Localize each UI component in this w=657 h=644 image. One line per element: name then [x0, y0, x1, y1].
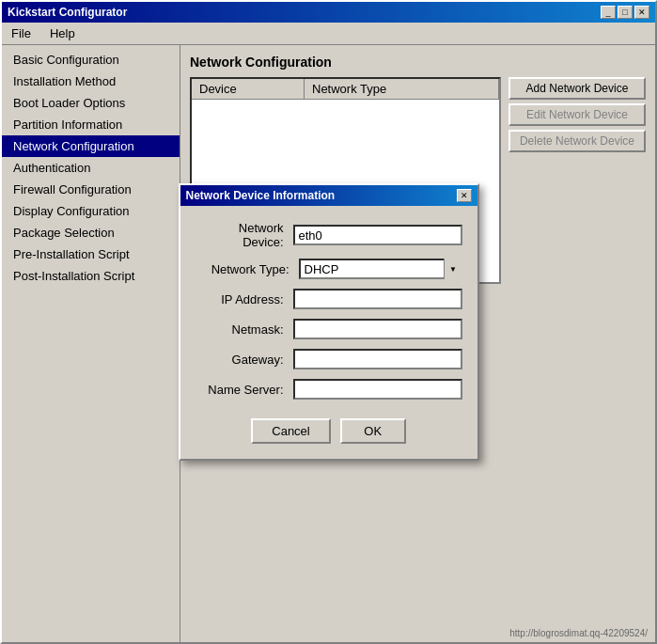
network-type-row: Network Type: DHCP Static BOOTP ▼ [196, 259, 462, 279]
netmask-row: Netmask: [196, 319, 462, 339]
dialog-close-button[interactable]: ✕ [457, 189, 472, 202]
network-type-label: Network Type: [196, 262, 299, 276]
dialog-title: Network Device Information [186, 189, 336, 202]
name-server-input[interactable] [293, 379, 462, 400]
gateway-label: Gateway: [196, 353, 293, 367]
netmask-input[interactable] [293, 319, 462, 339]
network-device-input[interactable] [293, 225, 462, 245]
netmask-label: Netmask: [196, 322, 293, 337]
network-device-row: Network Device: [196, 221, 462, 249]
network-device-dialog: Network Device Information ✕ Network Dev… [179, 183, 479, 461]
dialog-title-bar: Network Device Information ✕ [180, 185, 477, 206]
dialog-overlay: Network Device Information ✕ Network Dev… [0, 0, 657, 644]
gateway-input[interactable] [293, 349, 462, 369]
name-server-row: Name Server: [196, 379, 462, 400]
ip-address-label: IP Address: [196, 292, 293, 306]
gateway-row: Gateway: [196, 349, 462, 369]
dialog-buttons: Cancel OK [196, 411, 462, 444]
name-server-label: Name Server: [196, 383, 293, 397]
ip-address-row: IP Address: [196, 289, 462, 309]
ip-address-input[interactable] [293, 289, 462, 309]
network-type-select-wrapper: DHCP Static BOOTP ▼ [299, 259, 462, 279]
network-type-select[interactable]: DHCP Static BOOTP [299, 259, 462, 279]
network-device-label: Network Device: [196, 221, 293, 249]
dialog-content: Network Device: Network Type: DHCP Stati… [180, 206, 477, 459]
cancel-button[interactable]: Cancel [251, 418, 330, 444]
ok-button[interactable]: OK [340, 418, 406, 444]
